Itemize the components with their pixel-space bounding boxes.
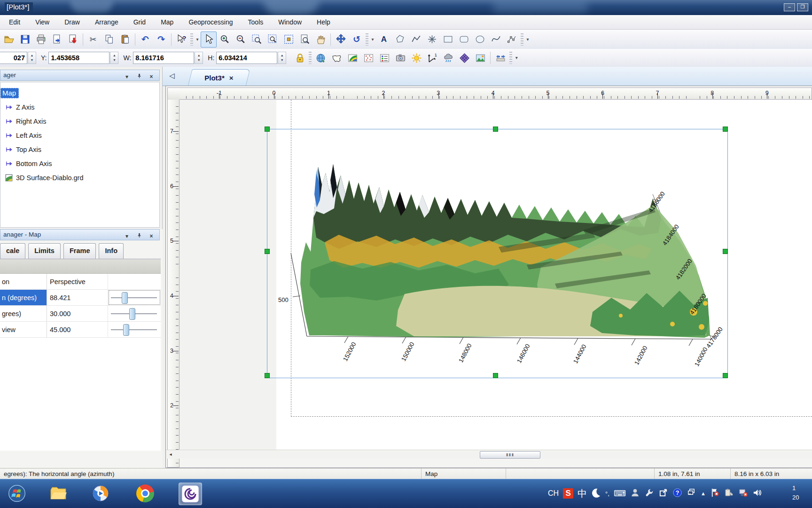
show-hidden-icons[interactable]: ▲ [701, 491, 706, 496]
rotation-slider[interactable] [108, 290, 161, 305]
base-map-icon[interactable] [312, 50, 328, 66]
text-tool-icon[interactable]: A [376, 32, 392, 48]
scrollbar-thumb[interactable]: ▮▮▮ [480, 451, 540, 459]
menu-item[interactable]: Tools [244, 16, 268, 28]
tree-item-bottom-axis[interactable]: Bottom Axis [0, 157, 159, 171]
toolbar-overflow-icon[interactable]: ▾ [369, 37, 376, 42]
zoom-marquee-icon[interactable] [249, 32, 265, 48]
select-arrow-icon[interactable] [201, 32, 217, 48]
selection-handle[interactable] [723, 127, 728, 132]
selection-handle[interactable] [265, 127, 270, 132]
toolbar-overflow-icon[interactable]: ▾ [524, 37, 531, 42]
ime-lang-label[interactable]: CH [548, 489, 559, 498]
symbol-tool-icon[interactable] [424, 32, 440, 48]
dock-menu-icon[interactable]: ▾ [123, 71, 131, 82]
y-spinner[interactable]: ▲▼ [110, 52, 118, 64]
share-out-icon[interactable] [658, 488, 668, 499]
selection-handle[interactable] [265, 373, 270, 378]
close-icon[interactable]: × [147, 231, 156, 241]
close-icon[interactable]: × [147, 71, 156, 82]
pin-icon[interactable] [135, 71, 143, 82]
copy-icon[interactable] [101, 32, 117, 48]
redo-icon[interactable]: ↷ [153, 32, 169, 48]
y-field[interactable] [48, 52, 109, 64]
scroll-left-icon[interactable]: ◂ [167, 451, 174, 458]
wireframe-map-icon[interactable] [456, 50, 472, 66]
classed-post-map-icon[interactable] [376, 50, 392, 66]
network-disconnected-icon[interactable] [738, 488, 748, 499]
property-value[interactable]: 30.000 [47, 306, 108, 321]
tree-item-top-axis[interactable]: Top Axis [0, 143, 159, 157]
selection-handle[interactable] [723, 373, 728, 378]
horizontal-scrollbar[interactable]: ◂ ▮▮▮ [166, 450, 812, 459]
h-spinner[interactable]: ▲▼ [278, 52, 286, 64]
menu-item[interactable]: Grid [129, 16, 150, 28]
media-player-taskbar-icon[interactable] [89, 483, 112, 504]
print-icon[interactable] [33, 32, 49, 48]
export-icon[interactable] [49, 32, 65, 48]
surface-map-icon[interactable] [472, 50, 488, 66]
save-icon[interactable] [17, 32, 33, 48]
maximize-button[interactable]: ❐ [797, 3, 808, 11]
map-selection-rectangle[interactable] [267, 129, 728, 378]
selection-handle[interactable] [265, 249, 270, 254]
help-pointer-icon[interactable]: ? [173, 32, 189, 48]
tree-item-right-axis[interactable]: Right Axis [0, 114, 159, 128]
property-tab[interactable]: cale [0, 243, 25, 259]
device-install-icon[interactable] [724, 488, 734, 499]
document-tab-plot3[interactable]: Plot3* × [188, 69, 250, 86]
vector-map-icon[interactable]: 1 [424, 50, 440, 66]
tab-scroll-left-icon[interactable]: ◁ [169, 71, 175, 80]
ellipse-tool-icon[interactable] [472, 32, 488, 48]
import-icon[interactable] [65, 32, 81, 48]
stretch-map-icon[interactable] [492, 50, 508, 66]
zoom-out-icon[interactable] [233, 32, 249, 48]
property-row-rotation[interactable]: n (degrees) 88.421 [0, 290, 161, 306]
property-row-tilt[interactable]: grees) 30.000 [0, 306, 161, 322]
menu-item[interactable]: Map [156, 16, 178, 28]
image-map-icon[interactable] [392, 50, 408, 66]
start-button[interactable] [6, 483, 28, 504]
tree-item-z-axis[interactable]: Z Axis [0, 100, 159, 114]
tree-item-left-axis[interactable]: Left Axis [0, 128, 159, 143]
vertical-ruler[interactable]: 765432 [167, 100, 180, 468]
paste-icon[interactable] [117, 32, 133, 48]
zoom-page-icon[interactable] [297, 32, 312, 48]
property-tab[interactable]: Limits [28, 243, 61, 259]
pan-hand-icon[interactable] [312, 32, 328, 48]
menu-item[interactable]: Window [274, 16, 306, 28]
volume-icon[interactable] [752, 488, 762, 499]
base-map-us-icon[interactable] [328, 50, 344, 66]
zoom-selected-icon[interactable] [265, 32, 281, 48]
cut-icon[interactable]: ✂ [85, 32, 101, 48]
menu-item[interactable]: View [31, 16, 54, 28]
sogou-ime-icon[interactable]: S [563, 488, 573, 499]
move-icon[interactable] [333, 32, 349, 48]
ime-punct-icon[interactable]: °, [605, 490, 609, 497]
open-icon[interactable] [1, 32, 17, 48]
explorer-taskbar-icon[interactable] [47, 483, 70, 504]
menu-item[interactable]: Edit [5, 16, 24, 28]
zoom-in-icon[interactable] [217, 32, 233, 48]
pin-icon[interactable] [135, 231, 143, 241]
shaded-relief-map-icon[interactable] [408, 50, 424, 66]
post-map-icon[interactable] [360, 50, 376, 66]
spline-tool-icon[interactable] [488, 32, 504, 48]
x-spinner[interactable]: ▲▼ [28, 52, 36, 64]
field-of-view-slider[interactable] [108, 322, 161, 337]
zoom-fit-icon[interactable] [281, 32, 297, 48]
property-tab[interactable]: Frame [63, 243, 96, 259]
reshape-tool-icon[interactable] [504, 32, 520, 48]
menu-item[interactable]: Arrange [91, 16, 123, 28]
rectangle-tool-icon[interactable] [440, 32, 456, 48]
property-value[interactable]: 45.000 [47, 322, 108, 337]
horizontal-ruler[interactable]: -10123456789 [180, 87, 812, 100]
selection-handle[interactable] [493, 127, 498, 132]
contour-map-icon[interactable] [344, 50, 360, 66]
user-tray-icon[interactable] [630, 488, 640, 499]
lock-icon[interactable] [292, 50, 308, 66]
h-field[interactable] [216, 52, 277, 64]
selection-handle[interactable] [723, 249, 728, 254]
property-value[interactable]: Perspective [47, 274, 108, 289]
chrome-taskbar-icon[interactable] [134, 483, 156, 504]
